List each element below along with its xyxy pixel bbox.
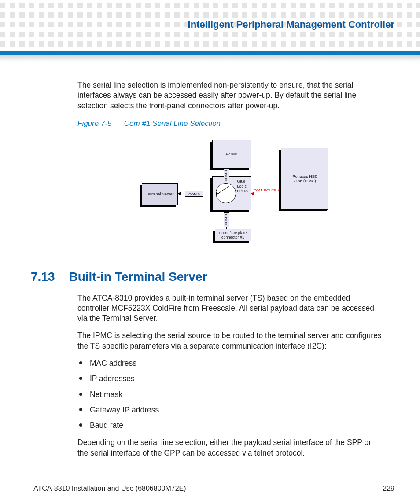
block-label: P4080 — [226, 152, 237, 157]
bullet-list: MAC address IP addresses Net mask Gatewa… — [77, 358, 384, 430]
footer-rule — [33, 480, 394, 480]
figure-caption-prefix: Figure 7-5 — [77, 119, 111, 128]
block-p4080: P4080 — [212, 140, 251, 168]
connector-line-red — [251, 194, 281, 194]
label-com0-top: COM 0 — [224, 168, 229, 183]
arrow-icon — [216, 192, 218, 195]
header-blue-bar — [0, 51, 420, 55]
list-item: Gateway IP address — [77, 405, 384, 415]
label-com-route-c: COM_ROUTE_C — [254, 188, 280, 193]
header-dots-row — [0, 3, 420, 8]
block-front-face-plate-connector: Front face plate connector #1 — [215, 229, 251, 241]
section-paragraph-1: The ATCA-8310 provides a built-in termin… — [77, 293, 384, 324]
block-label: FPGA — [237, 189, 248, 194]
header-dots-row — [0, 12, 420, 18]
header-dots-row — [0, 32, 420, 37]
figure-caption-title: Com #1 Serial Line Selection — [124, 119, 221, 128]
list-item: MAC address — [77, 358, 384, 368]
label-com0: COM 0 — [185, 191, 203, 197]
footer-page-number: 229 — [383, 485, 394, 493]
arrow-icon — [210, 192, 212, 195]
block-label: Logic — [237, 184, 248, 189]
section-title: Built-in Terminal Server — [69, 269, 207, 285]
header-gradient-bar — [0, 55, 420, 65]
block-label: connector #1 — [221, 235, 244, 240]
block-label-group: Glue Logic FPGA — [237, 179, 248, 193]
block-label: Renesas H8S — [292, 174, 317, 179]
arrow-icon — [178, 192, 181, 195]
section-number: 7.13 — [31, 269, 55, 285]
intro-paragraph: The serial line selection is implemented… — [77, 80, 384, 111]
list-item: Net mask — [77, 390, 384, 400]
block-label: Terminal Server — [146, 192, 173, 197]
list-item: IP addresses — [77, 374, 384, 384]
footer-doc-id: ATCA-8310 Installation and Use (6806800M… — [33, 485, 186, 493]
section-heading: 7.13 Built-in Terminal Server — [31, 269, 384, 285]
page-content: The serial line selection is implemented… — [77, 80, 384, 465]
header-dots-row — [0, 41, 420, 47]
figure-caption: Figure 7-5 Com #1 Serial Line Selection — [77, 119, 384, 129]
block-renesas-ipmc: Renesas H8S 2166 (IPMC) — [281, 148, 328, 210]
label-com0-bottom: COM 0 — [224, 212, 229, 227]
figure-diagram: P4080 Terminal Server Glue Logic FPGA Re… — [134, 136, 328, 255]
block-label: Front face plate — [219, 231, 247, 235]
list-item: Baud rate — [77, 420, 384, 430]
section-paragraph-3: Depending on the serial line selection, … — [77, 438, 384, 458]
block-label: Glue — [237, 179, 248, 184]
block-terminal-server: Terminal Server — [142, 183, 178, 205]
section-paragraph-2: The IPMC is selecting the serial source … — [77, 331, 384, 351]
header-chapter-title: Intelligent Peripheral Management Contro… — [188, 19, 394, 30]
block-label: 2166 (IPMC) — [293, 179, 316, 184]
